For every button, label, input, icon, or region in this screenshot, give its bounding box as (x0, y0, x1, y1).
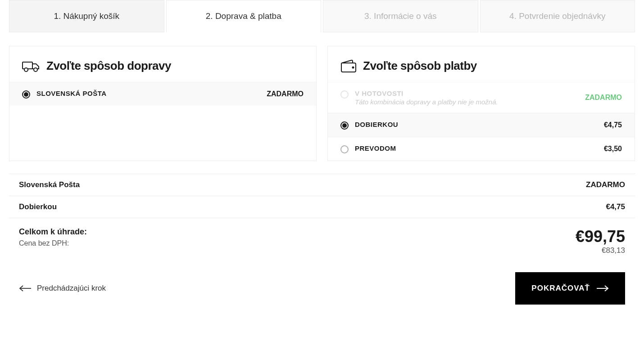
checkout-steps: 1. Nákupný košík 2. Doprava & platba 3. … (9, 0, 635, 32)
shipping-title: Zvoľte spôsob dopravy (46, 59, 171, 73)
step-cart[interactable]: 1. Nákupný košík (9, 0, 164, 32)
summary-label: Slovenská Pošta (19, 180, 80, 189)
svg-point-1 (24, 68, 28, 72)
payment-panel: Zvoľte spôsob platby V HOTOVOSTI Táto ko… (327, 46, 635, 161)
shipping-option-title: SLOVENSKÁ POŠTA (36, 90, 107, 97)
payment-option-price: ZADARMO (585, 94, 622, 102)
step-confirmation: 4. Potvrdenie objednávky (480, 0, 635, 32)
summary-total-row: Celkom k úhrade: Cena bez DPH: €99,75 €8… (9, 218, 635, 266)
payment-title: Zvoľte spôsob platby (363, 59, 477, 73)
payment-option-prevodom[interactable]: PREVODOM €3,50 (328, 137, 635, 161)
step-information: 3. Informácie o vás (323, 0, 478, 32)
summary-row-payment: Dobierkou €4,75 (9, 196, 635, 218)
shipping-option-price: ZADARMO (267, 90, 304, 98)
panels-container: Zvoľte spôsob dopravy SLOVENSKÁ POŠTA ZA… (9, 46, 635, 161)
payment-option-title: DOBIERKOU (355, 121, 398, 128)
summary-label: Dobierkou (19, 202, 57, 211)
svg-rect-0 (23, 62, 32, 69)
continue-label: POKRAČOVAŤ (531, 284, 590, 293)
payment-option-title: V HOTOVOSTI (355, 90, 498, 97)
payment-option-price: €3,50 (604, 145, 622, 153)
radio-icon (340, 90, 349, 99)
continue-button[interactable]: POKRAČOVAŤ (515, 272, 625, 305)
payment-option-title: PREVODOM (355, 144, 396, 152)
payment-header: Zvoľte spôsob platby (328, 59, 635, 82)
arrow-right-icon (596, 285, 609, 292)
novat-label: Cena bez DPH: (19, 239, 87, 247)
order-summary: Slovenská Pošta ZADARMO Dobierkou €4,75 … (9, 174, 635, 266)
svg-point-3 (353, 67, 354, 68)
radio-icon (22, 90, 30, 99)
total-label: Celkom k úhrade: (19, 227, 87, 237)
shipping-panel: Zvoľte spôsob dopravy SLOVENSKÁ POŠTA ZA… (9, 46, 317, 161)
radio-icon (340, 145, 349, 153)
summary-row-shipping: Slovenská Pošta ZADARMO (9, 174, 635, 196)
shipping-header: Zvoľte spôsob dopravy (9, 59, 316, 82)
truck-icon (22, 60, 40, 72)
total-value: €99,75 (576, 227, 625, 246)
novat-value: €83,13 (576, 246, 625, 255)
shipping-option-slovenska-posta[interactable]: SLOVENSKÁ POŠTA ZADARMO (9, 82, 316, 106)
payment-option-note: Táto kombinácia dopravy a platby nie je … (355, 98, 498, 106)
radio-icon (340, 121, 349, 130)
arrow-left-icon (19, 285, 32, 292)
back-label: Predchádzajúci krok (37, 284, 106, 293)
payment-option-price: €4,75 (604, 121, 622, 129)
payment-option-hotovosti: V HOTOVOSTI Táto kombinácia dopravy a pl… (328, 82, 635, 113)
payment-option-dobierkou[interactable]: DOBIERKOU €4,75 (328, 113, 635, 137)
back-button[interactable]: Predchádzajúci krok (19, 284, 106, 293)
step-shipping-payment[interactable]: 2. Doprava & platba (166, 0, 322, 32)
summary-value: €4,75 (606, 202, 625, 211)
svg-point-2 (34, 68, 37, 72)
summary-value: ZADARMO (586, 180, 625, 189)
wallet-icon (340, 59, 357, 73)
navigation-row: Predchádzajúci krok POKRAČOVAŤ (9, 266, 635, 305)
